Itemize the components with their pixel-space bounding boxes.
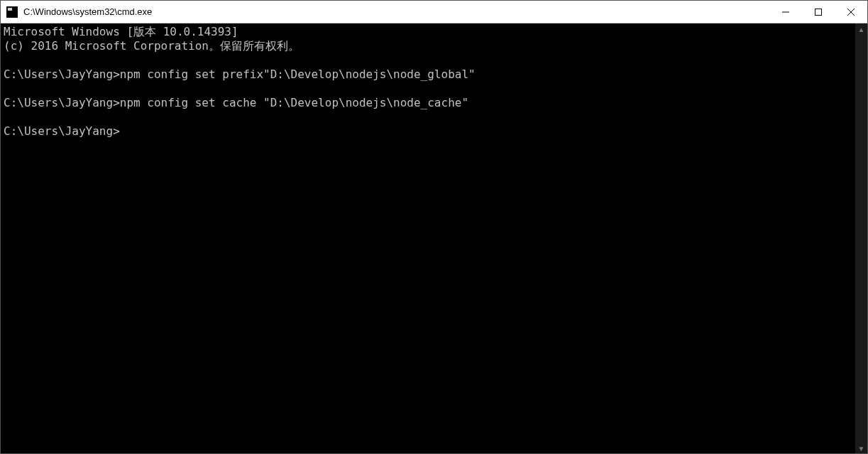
scroll-down-icon[interactable]: ▼ (855, 443, 867, 454)
cmd-icon (6, 6, 18, 18)
scrollbar[interactable]: ▲ ▼ (855, 23, 867, 454)
client-area: Microsoft Windows [版本 10.0.14393] (c) 20… (1, 23, 867, 454)
svg-rect-1 (815, 9, 822, 15)
titlebar[interactable]: C:\Windows\system32\cmd.exe (1, 1, 867, 23)
minimize-button[interactable] (769, 1, 802, 23)
close-button[interactable] (835, 1, 867, 23)
window-title: C:\Windows\system32\cmd.exe (23, 6, 769, 17)
maximize-button[interactable] (802, 1, 835, 23)
terminal-output[interactable]: Microsoft Windows [版本 10.0.14393] (c) 20… (1, 23, 855, 454)
scroll-up-icon[interactable]: ▲ (855, 23, 867, 36)
window-controls (769, 1, 867, 23)
